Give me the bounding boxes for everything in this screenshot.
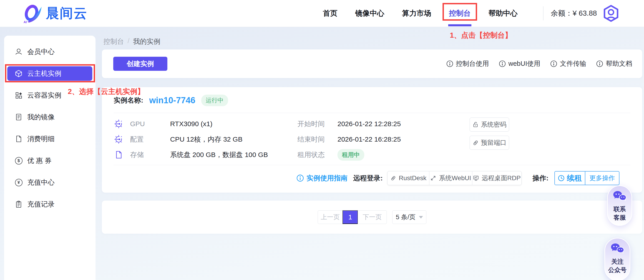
- more-actions-button[interactable]: 更多操作: [585, 171, 620, 185]
- spec-label: GPU: [130, 120, 170, 128]
- sidebar-item-member-center[interactable]: 会员中心: [4, 41, 96, 63]
- balance-text: 余额：¥ 63.88: [551, 0, 597, 27]
- operation-button-group: 续租 更多操作: [554, 171, 620, 185]
- help-link-docs[interactable]: 帮助文档: [596, 59, 632, 68]
- document-icon: [14, 135, 23, 143]
- help-link-webui-usage[interactable]: webUI使用: [499, 59, 540, 68]
- top-navbar: AI 晨间云 首页 镜像中心 算力市场 控制台 帮助中心 余额：¥ 63.88: [0, 0, 644, 27]
- spec-value: 系统盘 200 GB，数据盘 100 GB: [170, 150, 298, 159]
- help-link-console-usage[interactable]: 控制台使用: [446, 59, 489, 68]
- info-icon: [296, 174, 304, 182]
- meta-value: 2026-01-22 12:28:25: [338, 120, 401, 128]
- help-link-file-transfer[interactable]: 文件传输: [550, 59, 586, 68]
- sidebar-item-label: 充值记录: [27, 200, 54, 209]
- sidebar-item-label: 充值中心: [27, 178, 54, 187]
- renew-button[interactable]: 续租: [554, 171, 585, 185]
- instance-card: 实例名称: win10-7746 运行中 GPU RTX3090 (x1) 开始…: [102, 87, 642, 193]
- user-icon: [14, 48, 23, 56]
- info-icon: [550, 60, 557, 67]
- breadcrumb: 控制台 / 我的实例: [104, 37, 160, 46]
- sidebar-item-label: 优 惠 券: [27, 156, 52, 165]
- contact-support-label: 联系 客服: [614, 205, 626, 222]
- rent-status-badge: 租用中: [338, 149, 364, 161]
- meta-label: 结束时间: [298, 135, 338, 144]
- system-webui-button[interactable]: 系统WebUI: [429, 171, 472, 185]
- link-icon: [390, 175, 396, 181]
- reserved-port-button[interactable]: 预留端口: [470, 136, 509, 150]
- help-links: 控制台使用 webUI使用 文件传输: [446, 49, 632, 78]
- link-icon: [472, 140, 479, 146]
- info-icon: [499, 60, 506, 67]
- chevron-down-icon: [419, 216, 423, 219]
- meta-label: 开始时间: [298, 119, 338, 129]
- divider: [114, 165, 630, 165]
- contact-support-widget[interactable]: 联系 客服: [607, 185, 632, 226]
- rustdesk-button[interactable]: RustDesk: [387, 171, 429, 185]
- follow-official-account-widget[interactable]: 关注 公众号: [604, 238, 630, 280]
- sidebar-item-my-images[interactable]: 我的镜像: [4, 106, 96, 128]
- spec-label: 存储: [130, 150, 170, 159]
- next-page-button[interactable]: 下一页: [358, 210, 387, 224]
- follow-official-account-label: 关注 公众号: [608, 258, 627, 274]
- breadcrumb-current: 我的实例: [133, 37, 160, 46]
- annotation-step2: 2、选择【云主机实例】: [68, 87, 145, 97]
- wechat-icon: [610, 243, 624, 255]
- pagination-card: 上一页 1 下一页 5 条/页: [102, 201, 642, 234]
- remote-desktop-rdp-button[interactable]: 远程桌面RDP: [472, 171, 522, 185]
- nav-item-compute-market[interactable]: 算力市场: [402, 8, 431, 18]
- unlock-icon: [472, 121, 479, 128]
- pager-group: 上一页 1 下一页: [318, 210, 387, 224]
- logo-text: 晨间云: [46, 6, 88, 20]
- svg-text:AI: AI: [24, 20, 27, 24]
- sidebar-item-label: 消费明细: [27, 134, 54, 144]
- sidebar-item-recharge-center[interactable]: ¥ 充值中心: [4, 171, 96, 193]
- gauge-icon: [114, 134, 124, 144]
- system-password-button[interactable]: 系统密码: [470, 118, 509, 132]
- create-instance-button[interactable]: 创建实例: [113, 57, 167, 71]
- nav-item-help-center[interactable]: 帮助中心: [488, 8, 518, 18]
- meta-label: 租用状态: [298, 150, 338, 159]
- nav-item-console[interactable]: 控制台: [449, 8, 471, 18]
- container-grid-icon: [14, 91, 23, 99]
- sidebar-item-label: 我的镜像: [27, 113, 54, 122]
- page: AI 晨间云 首页 镜像中心 算力市场 控制台 帮助中心 余额：¥ 63.88: [0, 0, 644, 280]
- gauge-icon: [114, 119, 124, 129]
- breadcrumb-separator: /: [128, 37, 130, 46]
- annotation-redbox-console: [442, 3, 477, 21]
- file-icon: [114, 150, 124, 160]
- remote-login-label: 远程登录:: [353, 171, 383, 185]
- sidebar-item-recharge-history[interactable]: 充值记录: [4, 193, 96, 215]
- prev-page-button[interactable]: 上一页: [318, 210, 343, 224]
- operation-label: 操作:: [532, 171, 548, 185]
- header-divider: [543, 6, 544, 20]
- wechat-icon: [613, 191, 626, 202]
- spec-row-config: 配置 CPU 12核，内存 32 GB 结束时间 2026-01-22 16:2…: [114, 133, 401, 146]
- yuan-circle-icon: ¥: [14, 178, 23, 186]
- sidebar-item-coupons[interactable]: $ 优 惠 券: [4, 150, 96, 171]
- nav-item-image-center[interactable]: 镜像中心: [355, 8, 384, 18]
- user-avatar-icon[interactable]: [602, 4, 620, 22]
- instance-name-value[interactable]: win10-7746: [149, 96, 195, 105]
- toolbar-card: 创建实例 控制台使用 webUI使用: [102, 49, 642, 78]
- sidebar-item-label: 会员中心: [27, 47, 54, 56]
- page-size-select[interactable]: 5 条/页: [392, 210, 426, 224]
- pagination: 上一页 1 下一页 5 条/页: [102, 201, 642, 234]
- instance-name-label: 实例名称:: [114, 96, 143, 105]
- main-nav: 首页 镜像中心 算力市场 控制台 帮助中心: [323, 0, 518, 27]
- nav-item-home[interactable]: 首页: [323, 8, 338, 18]
- clipboard-icon: [14, 200, 23, 208]
- spec-value: CPU 12核，内存 32 GB: [170, 135, 298, 144]
- spec-row-gpu: GPU RTX3090 (x1) 开始时间 2026-01-22 12:28:2…: [114, 118, 401, 130]
- logo-icon[interactable]: AI: [23, 3, 44, 24]
- instance-guide-link[interactable]: 实例使用指南: [296, 171, 348, 185]
- dollar-circle-icon: $: [14, 156, 23, 165]
- annotation-redbox-sidebar: [5, 64, 95, 82]
- sidebar-item-billing-detail[interactable]: 消费明细: [4, 128, 96, 150]
- spec-row-storage: 存储 系统盘 200 GB，数据盘 100 GB 租用状态 租用中: [114, 148, 364, 161]
- breadcrumb-console[interactable]: 控制台: [104, 37, 124, 46]
- current-page-button[interactable]: 1: [342, 210, 358, 224]
- sidebar-item-label: 云容器实例: [27, 91, 62, 100]
- remote-desktop-icon: [473, 175, 479, 181]
- expand-icon: [430, 175, 436, 181]
- meta-value: 2026-01-22 16:28:25: [338, 136, 401, 143]
